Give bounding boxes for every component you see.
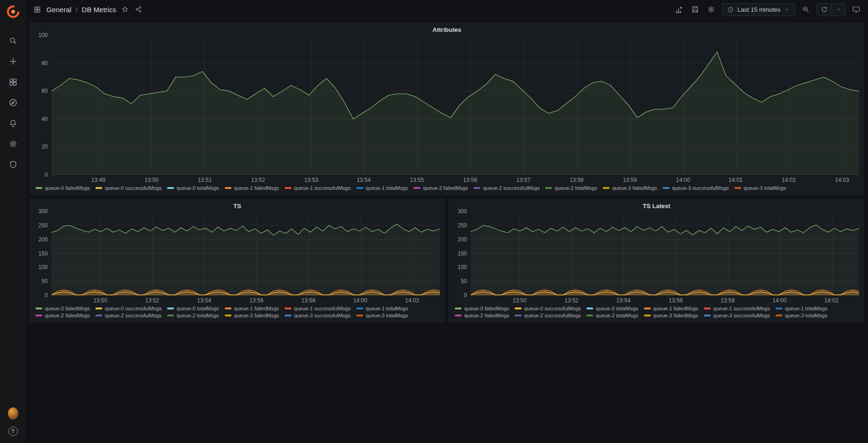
alerting-bell-icon[interactable] <box>8 118 18 128</box>
y-axis-label: 100 <box>38 32 48 38</box>
legend-item[interactable]: queue-1 totalMsgs <box>356 185 408 191</box>
panel-title-attributes[interactable]: Attributes <box>35 25 859 35</box>
legend-item[interactable]: queue-2 failedMsgs <box>414 185 468 191</box>
y-axis-label: 80 <box>42 60 48 67</box>
legend-item[interactable]: queue-0 successfulMsgs <box>515 306 581 311</box>
user-avatar[interactable] <box>8 408 18 419</box>
legend-item[interactable]: queue-0 totalMsgs <box>167 306 219 311</box>
legend-item[interactable]: queue-0 successfulMsgs <box>96 185 162 191</box>
legend-series-label: queue-0 failedMsgs <box>45 306 90 311</box>
x-axis-label: 13:53 <box>304 177 318 183</box>
time-series-plot[interactable] <box>52 35 859 175</box>
legend-item[interactable]: queue-1 totalMsgs <box>356 306 408 311</box>
legend-series-label: queue-1 failedMsgs <box>234 185 279 191</box>
search-icon[interactable] <box>8 36 18 46</box>
legend-series-label: queue-0 totalMsgs <box>177 185 219 191</box>
breadcrumb-folder[interactable]: General <box>46 6 71 14</box>
legend-item[interactable]: queue-0 totalMsgs <box>586 306 638 311</box>
x-axis-label: 13:57 <box>516 177 530 183</box>
add-panel-button[interactable] <box>674 4 684 15</box>
grafana-logo[interactable] <box>5 4 21 20</box>
legend-item[interactable]: queue-2 totalMsgs <box>167 313 219 318</box>
legend-item[interactable]: queue-2 failedMsgs <box>36 313 90 318</box>
x-axis-label: 13:58 <box>301 297 315 304</box>
legend-item[interactable]: queue-1 successfulMsgs <box>285 306 351 311</box>
legend-item[interactable]: queue-0 failedMsgs <box>455 306 509 311</box>
legend-series-label: queue-3 successfulMsgs <box>294 313 351 318</box>
x-axis-label: 13:52 <box>564 297 579 304</box>
legend-item[interactable]: queue-2 failedMsgs <box>455 313 509 318</box>
dashboards-icon[interactable] <box>8 77 18 87</box>
legend-item[interactable]: queue-2 totalMsgs <box>586 313 638 318</box>
legend-item[interactable]: queue-2 successfulMsgs <box>515 313 581 318</box>
time-series-plot[interactable] <box>471 211 859 295</box>
y-axis-label: 100 <box>458 264 467 270</box>
legend-series-swatch <box>225 315 231 316</box>
legend-item[interactable]: queue-1 successfulMsgs <box>704 306 770 311</box>
y-axis-label: 150 <box>458 250 467 257</box>
legend-item[interactable]: queue-2 successfulMsgs <box>96 313 162 318</box>
legend-item[interactable]: queue-1 failedMsgs <box>225 306 279 311</box>
star-icon[interactable] <box>120 5 130 14</box>
legend-series-label: queue-2 successfulMsgs <box>105 313 162 318</box>
x-axis-label: 13:56 <box>249 297 263 304</box>
time-series-plot[interactable] <box>52 211 440 295</box>
legend-series-swatch <box>474 187 480 189</box>
server-admin-shield-icon[interactable] <box>8 159 18 170</box>
legend-series-label: queue-0 successfulMsgs <box>105 185 162 191</box>
legend-series-label: queue-0 totalMsgs <box>177 306 219 311</box>
y-axis-label: 0 <box>464 292 467 299</box>
share-icon[interactable] <box>134 5 143 14</box>
save-dashboard-button[interactable] <box>690 4 700 15</box>
legend-item[interactable]: queue-3 failedMsgs <box>603 185 657 191</box>
legend-item[interactable]: queue-3 totalMsgs <box>356 313 408 318</box>
legend-item[interactable]: queue-3 totalMsgs <box>776 313 828 318</box>
legend-series-label: queue-3 totalMsgs <box>366 313 408 318</box>
dashboard-apps-icon[interactable] <box>32 5 42 15</box>
panel-title-ts-latest[interactable]: TS Latest <box>454 201 859 211</box>
legend-item[interactable]: queue-2 totalMsgs <box>545 185 597 191</box>
legend-item[interactable]: queue-3 successfulMsgs <box>285 313 351 318</box>
legend-series-label: queue-2 failedMsgs <box>464 313 509 318</box>
legend-item[interactable]: queue-1 failedMsgs <box>225 185 279 191</box>
legend-item[interactable]: queue-0 failedMsgs <box>36 185 90 191</box>
legend-item[interactable]: queue-0 successfulMsgs <box>96 306 162 311</box>
x-axis-label: 14:02 <box>824 297 838 304</box>
legend-item[interactable]: queue-0 totalMsgs <box>167 185 219 191</box>
legend-item[interactable]: queue-1 totalMsgs <box>776 306 828 311</box>
legend-item[interactable]: queue-2 successfulMsgs <box>474 185 540 191</box>
legend-item[interactable]: queue-3 failedMsgs <box>644 313 698 318</box>
configuration-gear-icon[interactable] <box>8 139 18 149</box>
legend-item[interactable]: queue-3 failedMsgs <box>225 313 279 318</box>
y-axis-label: 50 <box>461 278 467 285</box>
legend-item[interactable]: queue-1 failedMsgs <box>644 306 698 311</box>
explore-compass-icon[interactable] <box>8 98 18 108</box>
y-axis-label: 250 <box>38 222 48 229</box>
legend-item[interactable]: queue-3 successfulMsgs <box>704 313 770 318</box>
x-axis-label: 14:02 <box>405 297 419 304</box>
legend-item[interactable]: queue-1 successfulMsgs <box>285 185 351 191</box>
x-axis-label: 14:00 <box>772 297 786 304</box>
legend-series-swatch <box>515 315 521 316</box>
legend-item[interactable]: queue-3 successfulMsgs <box>663 185 729 191</box>
x-axis-label: 13:54 <box>356 177 371 183</box>
create-plus-icon[interactable] <box>8 56 18 67</box>
legend-series-label: queue-1 totalMsgs <box>366 185 408 191</box>
panel-title-ts[interactable]: TS <box>35 201 440 211</box>
legend-series-swatch <box>586 315 593 316</box>
legend-series-label: queue-2 successfulMsgs <box>483 185 540 191</box>
x-axis-label: 13:50 <box>512 297 527 304</box>
breadcrumb-dashboard-title[interactable]: DB Metrics <box>82 6 116 14</box>
dashboard-settings-button[interactable] <box>706 4 716 15</box>
y-axis: 050100150200250300 <box>454 211 471 295</box>
help-icon[interactable]: ? <box>8 426 18 436</box>
legend-item[interactable]: queue-0 failedMsgs <box>36 306 90 311</box>
legend-series-label: queue-3 successfulMsgs <box>713 313 770 318</box>
legend-item[interactable]: queue-3 totalMsgs <box>734 185 786 191</box>
refresh-button[interactable] <box>817 4 831 15</box>
cycle-view-mode-button[interactable] <box>851 4 861 15</box>
time-picker-button[interactable]: Last 15 minutes <box>722 3 795 16</box>
refresh-interval-chevron[interactable] <box>831 4 845 15</box>
legend-series-swatch <box>225 187 231 189</box>
zoom-out-button[interactable] <box>801 4 811 15</box>
